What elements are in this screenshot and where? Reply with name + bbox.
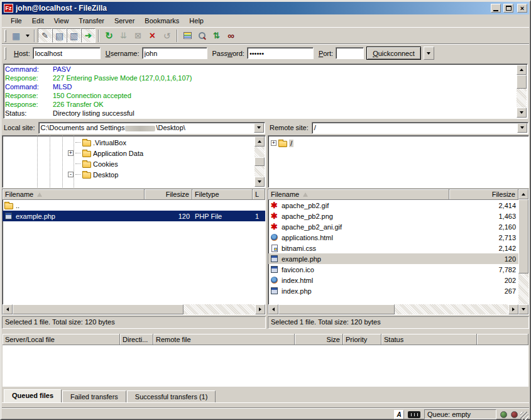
file-row[interactable]: index.php267	[268, 285, 518, 296]
column-header-last-modified[interactable]: L	[253, 189, 265, 200]
remote-file-list[interactable]: Filename Filesize apache_pb2.gif2,414 ap…	[268, 189, 529, 315]
site-manager-button[interactable]	[9, 28, 23, 43]
reconnect-button[interactable]	[160, 28, 174, 43]
column-header-filesize[interactable]: Filesize	[145, 189, 192, 200]
synchronized-browsing-button[interactable]	[209, 28, 224, 43]
password-input[interactable]	[247, 47, 314, 59]
local-site-dropdown-button[interactable]	[254, 123, 264, 133]
expander-box[interactable]: -	[68, 172, 74, 177]
file-row[interactable]: favicon.ico7,782	[268, 264, 518, 275]
quickconnect-grip[interactable]	[4, 47, 6, 60]
menu-transfer[interactable]: Transfer	[74, 16, 109, 26]
username-input[interactable]	[142, 47, 207, 59]
queue-splitter[interactable]	[2, 329, 529, 334]
host-input[interactable]	[33, 47, 101, 59]
file-row-selected[interactable]: example.php 120 PHP File 1	[3, 211, 265, 221]
toggle-local-tree-button[interactable]	[52, 28, 67, 43]
column-header-priority[interactable]: Priority	[343, 334, 381, 345]
scroll-thumb[interactable]	[517, 75, 527, 89]
column-header-size[interactable]: Size	[295, 334, 343, 345]
column-header-remote-file[interactable]: Remote file	[153, 334, 295, 345]
menu-edit[interactable]: Edit	[27, 16, 49, 26]
scroll-track[interactable]	[517, 89, 527, 108]
menu-bookmarks[interactable]: Bookmarks	[140, 16, 184, 26]
menu-help[interactable]: Help	[184, 16, 209, 26]
disconnect-button[interactable]	[145, 28, 160, 43]
find-files-button[interactable]	[224, 28, 238, 43]
scroll-thumb[interactable]	[255, 157, 265, 166]
refresh-button[interactable]	[102, 28, 116, 43]
toolbar-grip[interactable]	[4, 30, 6, 42]
scroll-thumb[interactable]	[518, 199, 528, 274]
scroll-track[interactable]	[255, 166, 265, 177]
scroll-left-button[interactable]	[3, 304, 13, 314]
tab-queued-files[interactable]: Queued files	[4, 389, 62, 402]
scroll-down-button[interactable]	[518, 304, 528, 314]
file-row[interactable]: apache_pb2.gif2,414	[268, 200, 518, 211]
scroll-up-button[interactable]	[255, 136, 265, 146]
column-header-filename[interactable]: Filename	[268, 189, 449, 200]
cancel-operation-button[interactable]	[131, 28, 145, 43]
column-header-direction[interactable]: Directi...	[120, 334, 153, 345]
minimize-button[interactable]	[491, 4, 501, 13]
directory-comparison-button[interactable]	[195, 28, 209, 43]
expander-box[interactable]	[68, 140, 74, 145]
scroll-left-button[interactable]	[268, 304, 278, 314]
tab-failed-transfers[interactable]: Failed transfers	[62, 390, 126, 402]
remote-site-dropdown-button[interactable]	[517, 123, 527, 133]
scroll-track[interactable]	[183, 304, 255, 314]
remote-list-hscrollbar[interactable]	[268, 304, 518, 314]
local-tree-scrollbar[interactable]	[255, 136, 265, 187]
tree-item[interactable]: +Application Data	[68, 148, 265, 158]
port-input[interactable]	[336, 47, 364, 59]
column-header-status[interactable]: Status	[381, 334, 477, 345]
site-manager-dropdown-button[interactable]	[23, 28, 31, 43]
filter-button[interactable]	[180, 28, 195, 43]
expander-box[interactable]: +	[271, 140, 276, 146]
tab-successful-transfers[interactable]: Successful transfers (1)	[127, 390, 216, 402]
local-list-hscrollbar[interactable]	[3, 304, 265, 314]
scroll-up-button[interactable]	[517, 65, 527, 75]
column-header-filename[interactable]: Filename	[3, 189, 145, 200]
tree-item[interactable]: .VirtualBox	[68, 137, 265, 148]
quickconnect-dropdown-button[interactable]	[424, 47, 434, 60]
scroll-right-button[interactable]	[255, 304, 265, 314]
scroll-down-button[interactable]	[255, 177, 265, 187]
file-row[interactable]: bitnami.css2,142	[268, 243, 518, 253]
expander-box[interactable]	[68, 161, 74, 167]
file-row-selected[interactable]: example.php120	[268, 253, 518, 264]
column-header-filesize[interactable]: Filesize	[449, 189, 518, 200]
tree-item-root[interactable]: +/	[271, 138, 528, 148]
scroll-thumb[interactable]	[278, 304, 395, 314]
file-row[interactable]: applications.html2,713	[268, 232, 518, 243]
queue-list[interactable]	[3, 345, 528, 387]
file-row[interactable]: apache_pb2.png1,463	[268, 211, 518, 221]
scroll-track[interactable]	[518, 274, 528, 304]
menu-view[interactable]: View	[49, 16, 74, 26]
menu-server[interactable]: Server	[109, 16, 140, 26]
toggle-message-log-button[interactable]	[38, 28, 52, 43]
file-row[interactable]: index.html202	[268, 275, 518, 285]
scroll-track[interactable]	[395, 304, 508, 314]
column-header-server-local-file[interactable]: Server/Local file	[3, 334, 120, 345]
scroll-right-button[interactable]	[508, 304, 518, 314]
expander-box[interactable]: +	[68, 150, 74, 156]
toggle-transfer-queue-button[interactable]	[81, 28, 96, 43]
file-row[interactable]: apache_pb2_ani.gif2,160	[268, 221, 518, 232]
file-row-parent-dir[interactable]: ..	[3, 200, 265, 211]
message-log[interactable]: Command:PASV Response:227 Entering Passi…	[3, 64, 528, 119]
toggle-remote-tree-button[interactable]	[67, 28, 81, 43]
remote-list-vscrollbar[interactable]	[518, 189, 528, 314]
maximize-button[interactable]	[503, 4, 513, 13]
menu-file[interactable]: File	[6, 16, 27, 26]
local-site-combobox[interactable]: C:\Documents and Settings\Desktop\	[38, 122, 265, 134]
resize-grip[interactable]	[520, 412, 528, 420]
tree-item[interactable]: Cookies	[68, 158, 265, 169]
local-directory-tree[interactable]: .VirtualBox +Application Data Cookies -D…	[2, 135, 266, 188]
scroll-thumb[interactable]	[13, 304, 183, 314]
remote-site-combobox[interactable]: /	[312, 122, 528, 134]
log-scrollbar[interactable]	[517, 65, 527, 118]
column-header-filetype[interactable]: Filetype	[192, 189, 253, 200]
scroll-down-button[interactable]	[517, 108, 527, 118]
local-file-list[interactable]: Filename Filesize Filetype L .. example.…	[2, 189, 266, 315]
